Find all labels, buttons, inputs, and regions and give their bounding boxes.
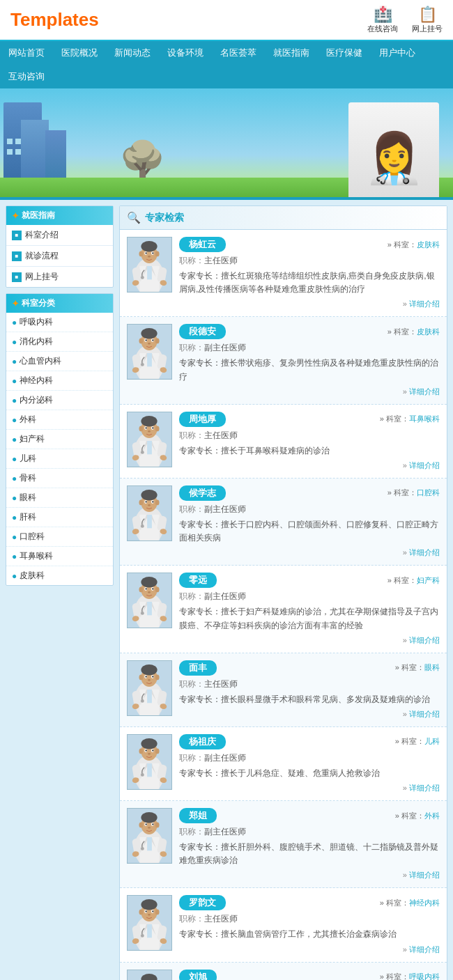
doctor-desc-4: 专家专长：擅长于妇产科疑难病的诊治，尤其在孕期保健指导及子宫内膜癌、不孕症等妇科… xyxy=(179,605,440,632)
doctor-name-3[interactable]: 候学志 xyxy=(179,485,226,501)
doctor-info-9: 刘旭 » 科室：呼吸内科 职称：主任医师 专家专长：擅长呼吸内科常见病、多发病及… xyxy=(179,970,440,980)
dept-dot-2: ● xyxy=(12,357,17,366)
consult-icon: 🏥 xyxy=(374,6,392,24)
doctor-photo-4 xyxy=(127,573,172,628)
nav-item-news[interactable]: 新闻动态 xyxy=(106,41,159,65)
dept-item-2[interactable]: ●心血管内科 xyxy=(6,352,113,371)
doctor-dept-2: » 科室：耳鼻喉科 xyxy=(380,414,440,424)
guide-item-dept[interactable]: ■ 科室介绍 xyxy=(6,225,113,246)
doctor-detail-link-6[interactable]: » 详细介绍 xyxy=(179,783,440,793)
svg-point-32 xyxy=(145,340,146,341)
doctor-name-1[interactable]: 段德安 xyxy=(179,324,226,339)
doctor-detail-link-2[interactable]: » 详细介绍 xyxy=(179,460,440,471)
online-register-btn[interactable]: 📋 网上挂号 xyxy=(412,6,443,34)
nav-item-hospital[interactable]: 医院概况 xyxy=(53,41,106,65)
doctor-info-5: 面丰 » 科室：眼科 职称：主任医师 专家专长：擅长眼科显微手术和眼科常见病、多… xyxy=(179,660,440,720)
svg-point-173 xyxy=(152,911,153,912)
doctor-title-5: 职称：主任医师 xyxy=(179,678,440,690)
svg-point-73 xyxy=(152,501,153,502)
dept-item-13[interactable]: ●皮肤科 xyxy=(6,566,113,585)
doctor-name-2[interactable]: 周地厚 xyxy=(179,412,226,427)
doctor-card-4: 零远 » 科室：妇产科 职称：副主任医师 专家专长：擅长于妇产科疑难病的诊治，尤… xyxy=(120,566,447,653)
doctor-name-4[interactable]: 零远 xyxy=(179,573,217,588)
dept-item-6[interactable]: ●妇产科 xyxy=(6,430,113,449)
doctor-name-0[interactable]: 杨虹云 xyxy=(179,237,226,252)
doctor-detail-link-0[interactable]: » 详细介绍 xyxy=(179,299,440,309)
dept-item-9[interactable]: ●眼科 xyxy=(6,488,113,508)
svg-point-127 xyxy=(141,738,157,749)
dept-item-5[interactable]: ●外科 xyxy=(6,410,113,430)
doctor-title-6: 职称：副主任医师 xyxy=(179,752,440,764)
dept-item-3[interactable]: ●神经内科 xyxy=(6,371,113,391)
svg-point-108 xyxy=(139,674,143,680)
dept-dot-9: ● xyxy=(12,493,17,503)
svg-point-9 xyxy=(155,251,160,257)
svg-point-19 xyxy=(141,276,144,279)
svg-rect-165 xyxy=(147,924,152,938)
dept-section: ✦ 科室分类 ●呼吸内科 ●消化内科 ●心血管内科 ●神经内科 ●内分泌科 ●外… xyxy=(6,293,114,586)
doctor-name-8[interactable]: 罗韵文 xyxy=(179,895,226,910)
doctor-name-7[interactable]: 郑姐 xyxy=(179,808,217,823)
svg-point-49 xyxy=(155,426,160,431)
dept-dot-13: ● xyxy=(12,571,17,581)
svg-point-92 xyxy=(145,589,146,590)
doctor-dept-3: » 科室：口腔科 xyxy=(387,488,440,498)
svg-point-34 xyxy=(148,343,151,345)
nav-item-guide[interactable]: 就医指南 xyxy=(265,41,318,65)
dept-item-7[interactable]: ●儿科 xyxy=(6,449,113,469)
guide-register-icon: ■ xyxy=(12,272,22,282)
nav-item-home[interactable]: 网站首页 xyxy=(0,41,53,65)
doctor-name-6[interactable]: 杨祖庆 xyxy=(179,734,226,749)
nav-item-doctors[interactable]: 名医荟萃 xyxy=(212,41,265,65)
svg-point-159 xyxy=(141,847,144,850)
doctor-dept-1: » 科室：皮肤科 xyxy=(387,327,440,337)
nav-item-health[interactable]: 医疗保健 xyxy=(318,41,371,65)
svg-point-134 xyxy=(148,753,151,755)
header-icons: 🏥 在线咨询 📋 网上挂号 xyxy=(367,6,443,34)
doctor-detail-link-3[interactable]: » 详细介绍 xyxy=(179,547,440,558)
doctor-detail-link-5[interactable]: » 详细介绍 xyxy=(179,709,440,720)
svg-point-107 xyxy=(141,664,157,676)
doctor-desc-2: 专家专长：擅长于耳鼻喉科疑难病的诊治 xyxy=(179,444,440,458)
doctor-detail-link-4[interactable]: » 详细介绍 xyxy=(179,635,440,646)
dept-item-11[interactable]: ●口腔科 xyxy=(6,527,113,547)
doctor-name-5[interactable]: 面丰 xyxy=(179,660,217,676)
svg-point-14 xyxy=(148,256,151,258)
svg-point-39 xyxy=(141,363,144,366)
dept-item-8[interactable]: ●骨科 xyxy=(6,469,113,488)
doctor-info-7: 郑姐 » 科室：外科 职称：副主任医师 专家专长：擅长肝胆外科、腹腔镜手术、胆道… xyxy=(179,808,440,880)
doctor-dept-4: » 科室：妇产科 xyxy=(387,575,440,586)
doctor-name-9[interactable]: 刘旭 xyxy=(179,970,217,980)
guide-item-register[interactable]: ■ 网上挂号 xyxy=(6,267,113,287)
nav-item-equipment[interactable]: 设备环境 xyxy=(159,41,212,65)
guide-item-label3: 网上挂号 xyxy=(25,271,59,283)
doctor-detail-link-7[interactable]: » 详细介绍 xyxy=(179,870,440,880)
doctor-list: 杨虹云 » 科室：皮肤科 职称：主任医师 专家专长：擅长红斑狼疮等结缔组织性皮肤… xyxy=(120,230,447,980)
logo: Templates xyxy=(10,9,99,31)
dept-item-1[interactable]: ●消化内科 xyxy=(6,332,113,352)
dept-item-10[interactable]: ●肝科 xyxy=(6,508,113,527)
svg-point-47 xyxy=(141,416,157,427)
online-consult-btn[interactable]: 🏥 在线咨询 xyxy=(367,6,398,34)
dept-dot-8: ● xyxy=(12,474,17,483)
register-icon: 📋 xyxy=(418,6,437,24)
dept-item-12[interactable]: ●耳鼻喉科 xyxy=(6,547,113,566)
doctor-detail-link-8[interactable]: » 详细介绍 xyxy=(179,944,440,955)
nav-item-user[interactable]: 用户中心 xyxy=(371,41,424,65)
nav-item-interact[interactable]: 互动咨询 xyxy=(0,65,53,88)
svg-rect-25 xyxy=(147,353,152,366)
dept-item-0[interactable]: ●呼吸内科 xyxy=(6,313,113,332)
svg-point-113 xyxy=(152,676,153,677)
svg-point-8 xyxy=(139,251,143,257)
svg-point-114 xyxy=(148,679,151,681)
doctor-title-0: 职称：主任医师 xyxy=(179,255,440,267)
guide-item-process[interactable]: ■ 就诊流程 xyxy=(6,246,113,267)
svg-point-48 xyxy=(139,426,143,431)
svg-point-72 xyxy=(145,501,146,502)
doctor-detail-link-1[interactable]: » 详细介绍 xyxy=(179,387,440,397)
dept-title: ✦ 科室分类 xyxy=(6,294,113,313)
dept-item-4[interactable]: ●内分泌科 xyxy=(6,391,113,410)
svg-point-74 xyxy=(148,504,151,506)
main-nav: 网站首页 医院概况 新闻动态 设备环境 名医荟萃 就医指南 医疗保健 用户中心 … xyxy=(0,41,453,88)
dept-dot: ● xyxy=(12,318,17,327)
